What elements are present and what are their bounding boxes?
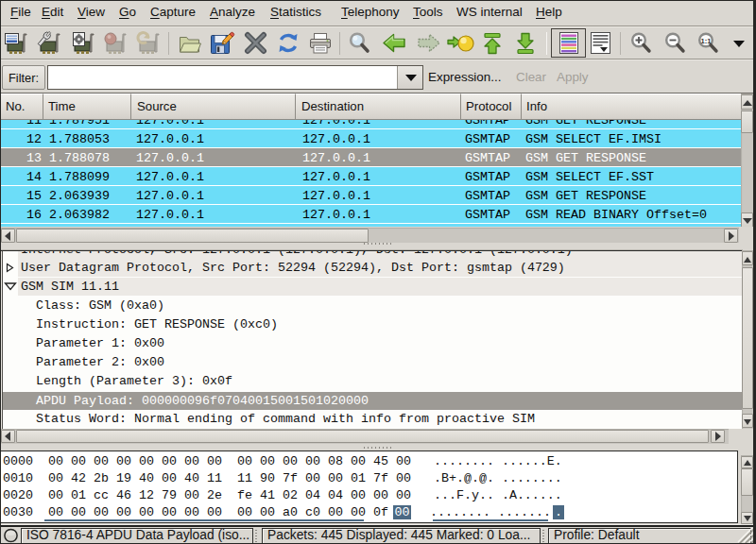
svg-text:1:1: 1:1	[701, 37, 712, 45]
